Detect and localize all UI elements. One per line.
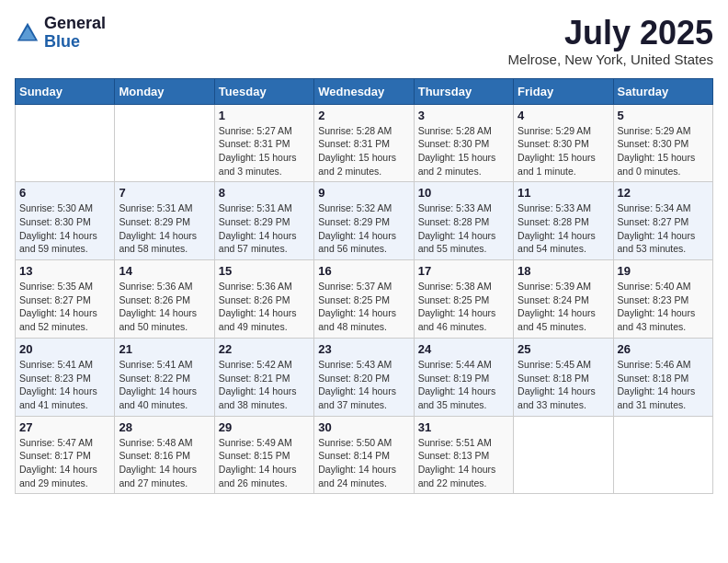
logo-blue-text: Blue [44, 33, 106, 52]
day-number: 20 [19, 342, 110, 356]
day-info: Sunrise: 5:27 AMSunset: 8:31 PMDaylight:… [219, 124, 310, 178]
calendar-cell: 18Sunrise: 5:39 AMSunset: 8:24 PMDayligh… [514, 260, 613, 339]
day-info: Sunrise: 5:33 AMSunset: 8:28 PMDaylight:… [418, 201, 509, 256]
calendar-cell: 30Sunrise: 5:50 AMSunset: 8:14 PMDayligh… [314, 416, 414, 494]
day-info: Sunrise: 5:49 AMSunset: 8:15 PMDaylight:… [219, 436, 310, 490]
calendar-cell: 10Sunrise: 5:33 AMSunset: 8:28 PMDayligh… [414, 182, 513, 260]
week-row-3: 13Sunrise: 5:35 AMSunset: 8:27 PMDayligh… [16, 260, 713, 339]
day-number: 22 [219, 342, 310, 356]
day-info: Sunrise: 5:43 AMSunset: 8:20 PMDaylight:… [318, 358, 409, 412]
day-number: 16 [318, 264, 409, 278]
weekday-header-thursday: Thursday [414, 78, 513, 104]
calendar-cell: 24Sunrise: 5:44 AMSunset: 8:19 PMDayligh… [414, 338, 513, 416]
day-number: 2 [318, 109, 409, 122]
day-number: 24 [418, 342, 509, 356]
calendar-cell: 11Sunrise: 5:33 AMSunset: 8:28 PMDayligh… [514, 182, 613, 260]
weekday-header-sunday: Sunday [16, 78, 115, 104]
calendar-cell: 2Sunrise: 5:28 AMSunset: 8:31 PMDaylight… [314, 104, 414, 182]
calendar-cell: 17Sunrise: 5:38 AMSunset: 8:25 PMDayligh… [414, 260, 513, 339]
day-number: 5 [618, 109, 709, 122]
day-info: Sunrise: 5:31 AMSunset: 8:29 PMDaylight:… [219, 201, 310, 256]
day-info: Sunrise: 5:34 AMSunset: 8:27 PMDaylight:… [618, 201, 709, 256]
calendar-cell: 8Sunrise: 5:31 AMSunset: 8:29 PMDaylight… [214, 182, 313, 260]
calendar-cell: 9Sunrise: 5:32 AMSunset: 8:29 PMDaylight… [314, 182, 414, 260]
weekday-header-tuesday: Tuesday [214, 78, 313, 104]
day-number: 18 [518, 264, 609, 278]
day-number: 11 [518, 186, 609, 200]
weekday-header-wednesday: Wednesday [314, 78, 414, 104]
calendar-cell: 3Sunrise: 5:28 AMSunset: 8:30 PMDaylight… [414, 104, 513, 182]
day-info: Sunrise: 5:38 AMSunset: 8:25 PMDaylight:… [418, 280, 509, 334]
day-info: Sunrise: 5:29 AMSunset: 8:30 PMDaylight:… [518, 124, 609, 178]
day-number: 31 [418, 420, 509, 434]
day-number: 29 [219, 420, 310, 434]
day-number: 23 [318, 342, 409, 356]
day-number: 26 [618, 342, 709, 356]
day-number: 1 [219, 109, 310, 122]
logo: General Blue [15, 15, 106, 52]
day-number: 3 [418, 109, 509, 122]
calendar-cell: 14Sunrise: 5:36 AMSunset: 8:26 PMDayligh… [115, 260, 214, 339]
day-number: 30 [318, 420, 409, 434]
day-number: 10 [418, 186, 509, 200]
day-info: Sunrise: 5:45 AMSunset: 8:18 PMDaylight:… [518, 358, 609, 412]
week-row-4: 20Sunrise: 5:41 AMSunset: 8:23 PMDayligh… [16, 338, 713, 416]
main-title: July 2025 [508, 15, 713, 52]
logo-general-text: General [44, 15, 106, 33]
calendar-cell: 21Sunrise: 5:41 AMSunset: 8:22 PMDayligh… [115, 338, 214, 416]
calendar-cell: 25Sunrise: 5:45 AMSunset: 8:18 PMDayligh… [514, 338, 613, 416]
calendar-cell: 20Sunrise: 5:41 AMSunset: 8:23 PMDayligh… [16, 338, 115, 416]
calendar-table: SundayMondayTuesdayWednesdayThursdayFrid… [15, 78, 713, 495]
calendar-cell: 6Sunrise: 5:30 AMSunset: 8:30 PMDaylight… [16, 182, 115, 260]
day-info: Sunrise: 5:30 AMSunset: 8:30 PMDaylight:… [19, 201, 110, 256]
page-header: General Blue July 2025 Melrose, New York… [15, 15, 713, 67]
day-number: 8 [219, 186, 310, 200]
day-info: Sunrise: 5:46 AMSunset: 8:18 PMDaylight:… [618, 358, 709, 412]
day-number: 19 [618, 264, 709, 278]
calendar-cell: 19Sunrise: 5:40 AMSunset: 8:23 PMDayligh… [613, 260, 712, 339]
day-number: 9 [318, 186, 409, 200]
calendar-cell: 29Sunrise: 5:49 AMSunset: 8:15 PMDayligh… [214, 416, 313, 494]
day-number: 25 [518, 342, 609, 356]
week-row-1: 1Sunrise: 5:27 AMSunset: 8:31 PMDaylight… [16, 104, 713, 182]
calendar-cell: 22Sunrise: 5:42 AMSunset: 8:21 PMDayligh… [214, 338, 313, 416]
calendar-cell: 27Sunrise: 5:47 AMSunset: 8:17 PMDayligh… [16, 416, 115, 494]
day-info: Sunrise: 5:51 AMSunset: 8:13 PMDaylight:… [418, 436, 509, 490]
weekday-header-row: SundayMondayTuesdayWednesdayThursdayFrid… [16, 78, 713, 104]
day-info: Sunrise: 5:41 AMSunset: 8:22 PMDaylight:… [119, 358, 210, 412]
day-number: 21 [119, 342, 210, 356]
day-info: Sunrise: 5:33 AMSunset: 8:28 PMDaylight:… [518, 201, 609, 256]
day-number: 15 [219, 264, 310, 278]
calendar-cell [16, 104, 115, 182]
calendar-cell: 7Sunrise: 5:31 AMSunset: 8:29 PMDaylight… [115, 182, 214, 260]
weekday-header-friday: Friday [514, 78, 613, 104]
day-info: Sunrise: 5:36 AMSunset: 8:26 PMDaylight:… [219, 280, 310, 334]
calendar-cell: 5Sunrise: 5:29 AMSunset: 8:30 PMDaylight… [613, 104, 712, 182]
day-info: Sunrise: 5:40 AMSunset: 8:23 PMDaylight:… [618, 280, 709, 334]
calendar-cell: 12Sunrise: 5:34 AMSunset: 8:27 PMDayligh… [613, 182, 712, 260]
day-number: 12 [618, 186, 709, 200]
weekday-header-saturday: Saturday [613, 78, 712, 104]
calendar-cell: 15Sunrise: 5:36 AMSunset: 8:26 PMDayligh… [214, 260, 313, 339]
calendar-cell: 13Sunrise: 5:35 AMSunset: 8:27 PMDayligh… [16, 260, 115, 339]
day-info: Sunrise: 5:37 AMSunset: 8:25 PMDaylight:… [318, 280, 409, 334]
logo-icon [15, 20, 40, 46]
day-info: Sunrise: 5:31 AMSunset: 8:29 PMDaylight:… [119, 201, 210, 256]
day-info: Sunrise: 5:32 AMSunset: 8:29 PMDaylight:… [318, 201, 409, 256]
subtitle: Melrose, New York, United States [508, 52, 713, 67]
day-info: Sunrise: 5:42 AMSunset: 8:21 PMDaylight:… [219, 358, 310, 412]
day-number: 17 [418, 264, 509, 278]
day-info: Sunrise: 5:41 AMSunset: 8:23 PMDaylight:… [19, 358, 110, 412]
day-number: 13 [19, 264, 110, 278]
day-info: Sunrise: 5:50 AMSunset: 8:14 PMDaylight:… [318, 436, 409, 490]
day-info: Sunrise: 5:29 AMSunset: 8:30 PMDaylight:… [618, 124, 709, 178]
day-number: 4 [518, 109, 609, 122]
day-info: Sunrise: 5:47 AMSunset: 8:17 PMDaylight:… [19, 436, 110, 490]
calendar-cell: 28Sunrise: 5:48 AMSunset: 8:16 PMDayligh… [115, 416, 214, 494]
day-number: 28 [119, 420, 210, 434]
day-info: Sunrise: 5:48 AMSunset: 8:16 PMDaylight:… [119, 436, 210, 490]
day-number: 14 [119, 264, 210, 278]
weekday-header-monday: Monday [115, 78, 214, 104]
calendar-cell: 16Sunrise: 5:37 AMSunset: 8:25 PMDayligh… [314, 260, 414, 339]
day-info: Sunrise: 5:28 AMSunset: 8:30 PMDaylight:… [418, 124, 509, 178]
